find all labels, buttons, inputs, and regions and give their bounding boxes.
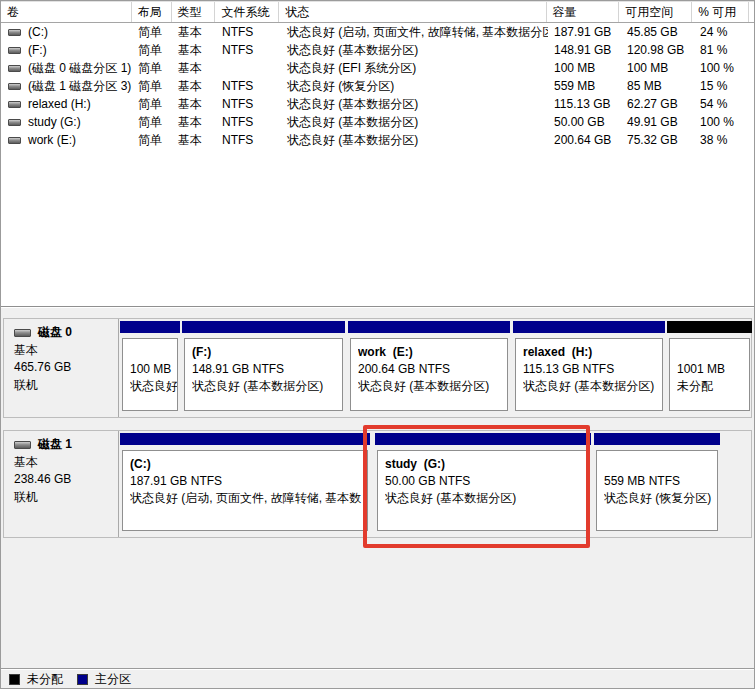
partition-name	[677, 344, 749, 361]
partition-status: 状态良好 (基本数据分区)	[385, 490, 588, 507]
volume-row-work-e[interactable]: work (E:) 简单 基本 NTFS 状态良好 (基本数据分区) 200.6…	[1, 131, 755, 149]
disk-name: 磁盘 0	[38, 324, 72, 342]
partition-size: 100 MB	[130, 361, 177, 378]
volume-pct-free: 24 %	[694, 25, 751, 39]
partition-size: 187.91 GB NTFS	[130, 473, 367, 490]
disk-1-info[interactable]: 磁盘 1 基本 238.46 GB 联机	[4, 431, 119, 537]
disk-type: 基本	[14, 342, 114, 360]
volume-icon	[8, 47, 21, 54]
volume-row-disk1-partition3[interactable]: (磁盘 1 磁盘分区 3) 简单 基本 NTFS 状态良好 (恢复分区) 559…	[1, 77, 755, 95]
volume-pct-free: 100 %	[694, 115, 751, 129]
volume-free: 45.85 GB	[621, 25, 694, 39]
volume-type: 基本	[172, 132, 216, 149]
volume-fs: NTFS	[216, 25, 280, 39]
partition-color-bar	[120, 433, 370, 445]
volume-pct-free: 54 %	[694, 97, 751, 111]
volume-row-relaxed-h[interactable]: relaxed (H:) 简单 基本 NTFS 状态良好 (基本数据分区) 11…	[1, 95, 755, 113]
volume-pct-free: 81 %	[694, 43, 751, 57]
volume-status: 状态良好 (EFI 系统分区)	[280, 60, 548, 77]
volume-capacity: 50.00 GB	[548, 115, 621, 129]
volume-free: 85 MB	[621, 79, 694, 93]
partition-work-e[interactable]: work (E:) 200.64 GB NTFS 状态良好 (基本数据分区)	[348, 320, 510, 416]
partition-status: 未分配	[677, 378, 749, 395]
volume-status: 状态良好 (基本数据分区)	[280, 96, 548, 113]
volume-name: (F:)	[28, 43, 47, 57]
partition-study-g[interactable]: study (G:) 50.00 GB NTFS 状态良好 (基本数据分区)	[375, 432, 591, 536]
partition-c[interactable]: (C:) 187.91 GB NTFS 状态良好 (启动, 页面文件, 故障转储…	[120, 432, 370, 536]
volume-name: (C:)	[28, 25, 48, 39]
volume-free: 49.91 GB	[621, 115, 694, 129]
volume-row-f[interactable]: (F:) 简单 基本 NTFS 状态良好 (基本数据分区) 148.91 GB …	[1, 41, 755, 59]
partition-f[interactable]: (F:) 148.91 GB NTFS 状态良好 (基本数据分区)	[182, 320, 345, 416]
partition-color-bar	[348, 321, 510, 333]
partition-unallocated[interactable]: 1001 MB 未分配	[667, 320, 752, 416]
volume-type: 基本	[172, 114, 216, 131]
volume-pct-free: 100 %	[694, 61, 751, 75]
volume-row-c[interactable]: (C:) 简单 基本 NTFS 状态良好 (启动, 页面文件, 故障转储, 基本…	[1, 23, 755, 41]
partition-status: 状态良好 (启动, 页面文件, 故障转储, 基本数	[130, 490, 367, 507]
partition-name: (C:)	[130, 456, 367, 473]
volume-layout: 简单	[132, 96, 172, 113]
volume-icon	[8, 65, 21, 72]
volume-status: 状态良好 (启动, 页面文件, 故障转储, 基本数据分区)	[280, 24, 548, 41]
volume-free: 62.27 GB	[621, 97, 694, 111]
volume-name: relaxed (H:)	[28, 97, 91, 111]
partition-color-bar	[594, 433, 720, 445]
partition-color-bar	[375, 433, 591, 445]
disk-status: 联机	[14, 377, 114, 395]
volume-name: study (G:)	[28, 115, 81, 129]
volume-layout: 简单	[132, 78, 172, 95]
volume-row-disk0-partition1[interactable]: (磁盘 0 磁盘分区 1) 简单 基本 状态良好 (EFI 系统分区) 100 …	[1, 59, 755, 77]
disk-0-row: 磁盘 0 基本 465.76 GB 联机 100 MB 状态良好 (F:) 14…	[3, 318, 752, 418]
column-header-percent-free[interactable]: % 可用	[692, 2, 749, 22]
disk-0-info[interactable]: 磁盘 0 基本 465.76 GB 联机	[4, 319, 119, 417]
partition-size: 559 MB NTFS	[604, 473, 717, 490]
volume-layout: 简单	[132, 60, 172, 77]
legend-primary-label: 主分区	[95, 671, 131, 688]
partition-efi-100mb[interactable]: 100 MB 状态良好	[120, 320, 180, 416]
partition-name: work (E:)	[358, 344, 507, 361]
volume-name: (磁盘 0 磁盘分区 1)	[28, 60, 131, 77]
disk-icon	[14, 441, 31, 449]
column-header-layout[interactable]: 布局	[132, 2, 172, 22]
volume-layout: 简单	[132, 114, 172, 131]
volume-type: 基本	[172, 42, 216, 59]
column-header-capacity[interactable]: 容量	[547, 2, 620, 22]
partition-status: 状态良好 (基本数据分区)	[523, 378, 662, 395]
disk-management-window: 卷 布局 类型 文件系统 状态 容量 可用空间 % 可用 (C:) 简单 基本 …	[0, 0, 755, 689]
column-header-status[interactable]: 状态	[279, 2, 546, 22]
disk-name: 磁盘 1	[38, 436, 72, 454]
column-header-free-space[interactable]: 可用空间	[619, 2, 692, 22]
partition-status: 状态良好 (基本数据分区)	[192, 378, 342, 395]
partition-recovery-559mb[interactable]: 559 MB NTFS 状态良好 (恢复分区)	[594, 432, 720, 536]
column-header-filesystem[interactable]: 文件系统	[215, 2, 279, 22]
volume-free: 100 MB	[621, 61, 694, 75]
legend-bar: 未分配 主分区	[1, 668, 755, 689]
partition-name	[604, 456, 717, 473]
partition-name: study (G:)	[385, 456, 588, 473]
volume-icon	[8, 101, 21, 108]
partition-color-bar	[182, 321, 345, 333]
volume-list-pane: 卷 布局 类型 文件系统 状态 容量 可用空间 % 可用 (C:) 简单 基本 …	[1, 1, 755, 307]
volume-type: 基本	[172, 96, 216, 113]
disk-size: 465.76 GB	[14, 359, 114, 377]
partition-name	[130, 344, 177, 361]
volume-fs: NTFS	[216, 97, 280, 111]
partition-relaxed-h[interactable]: relaxed (H:) 115.13 GB NTFS 状态良好 (基本数据分区…	[513, 320, 665, 416]
volume-name: work (E:)	[28, 133, 76, 147]
disk-1-row: 磁盘 1 基本 238.46 GB 联机 (C:) 187.91 GB NTFS…	[3, 430, 752, 538]
volume-status: 状态良好 (基本数据分区)	[280, 114, 548, 131]
column-header-filler	[749, 2, 755, 22]
volume-fs: NTFS	[216, 43, 280, 57]
legend-unallocated-label: 未分配	[27, 671, 63, 688]
volume-status: 状态良好 (恢复分区)	[280, 78, 548, 95]
volume-layout: 简单	[132, 132, 172, 149]
disk-type: 基本	[14, 454, 114, 472]
volume-pct-free: 15 %	[694, 79, 751, 93]
column-header-volume[interactable]: 卷	[1, 2, 132, 22]
column-header-type[interactable]: 类型	[172, 2, 216, 22]
volume-row-study-g[interactable]: study (G:) 简单 基本 NTFS 状态良好 (基本数据分区) 50.0…	[1, 113, 755, 131]
volume-capacity: 100 MB	[548, 61, 621, 75]
volume-free: 75.32 GB	[621, 133, 694, 147]
volume-capacity: 200.64 GB	[548, 133, 621, 147]
